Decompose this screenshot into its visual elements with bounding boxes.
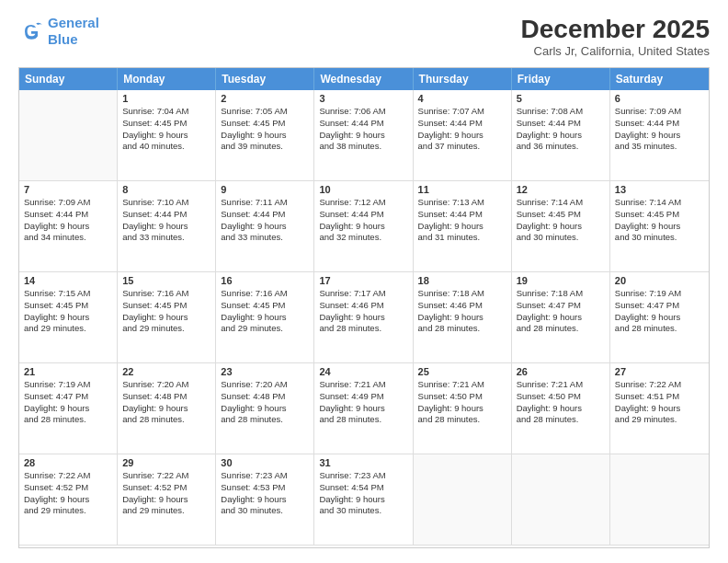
- calendar-day-25: 25Sunrise: 7:21 AMSunset: 4:50 PMDayligh…: [414, 363, 512, 454]
- sunset-line: Sunset: 4:46 PM: [418, 300, 506, 312]
- daylight-label: Daylight: 9 hours: [615, 130, 704, 142]
- sunrise-line: Sunrise: 7:08 AM: [517, 106, 605, 118]
- calendar-day-28: 28Sunrise: 7:22 AMSunset: 4:52 PMDayligh…: [19, 454, 118, 546]
- calendar: SundayMondayTuesdayWednesdayThursdayFrid…: [18, 67, 710, 548]
- daylight-value: and 36 minutes.: [517, 141, 605, 153]
- sunrise-line: Sunrise: 7:22 AM: [24, 470, 112, 482]
- sunrise-line: Sunrise: 7:06 AM: [319, 106, 407, 118]
- daylight-value: and 28 minutes.: [319, 414, 407, 426]
- calendar-day-empty-0: [19, 90, 118, 181]
- subtitle: Carls Jr, California, United States: [521, 44, 710, 58]
- sunset-line: Sunset: 4:44 PM: [615, 118, 704, 130]
- sunrise-line: Sunrise: 7:11 AM: [221, 197, 309, 209]
- daylight-label: Daylight: 9 hours: [24, 312, 112, 324]
- daylight-value: and 28 minutes.: [517, 414, 605, 426]
- calendar-day-14: 14Sunrise: 7:15 AMSunset: 4:45 PMDayligh…: [19, 272, 118, 363]
- logo-icon: [18, 18, 44, 44]
- daylight-label: Daylight: 9 hours: [24, 221, 112, 233]
- calendar-day-9: 9Sunrise: 7:11 AMSunset: 4:44 PMDaylight…: [216, 181, 314, 272]
- sunrise-line: Sunrise: 7:10 AM: [122, 197, 210, 209]
- calendar-day-12: 12Sunrise: 7:14 AMSunset: 4:45 PMDayligh…: [512, 181, 610, 272]
- day-number: 21: [24, 366, 112, 377]
- sunrise-line: Sunrise: 7:15 AM: [24, 288, 112, 300]
- day-number: 15: [122, 275, 210, 286]
- calendar-day-22: 22Sunrise: 7:20 AMSunset: 4:48 PMDayligh…: [118, 363, 216, 454]
- day-number: 9: [221, 184, 309, 195]
- sunset-line: Sunset: 4:45 PM: [221, 300, 309, 312]
- daylight-value: and 28 minutes.: [418, 414, 506, 426]
- sunset-line: Sunset: 4:48 PM: [221, 391, 309, 403]
- calendar-day-20: 20Sunrise: 7:19 AMSunset: 4:47 PMDayligh…: [610, 272, 709, 363]
- day-number: 19: [517, 275, 605, 286]
- calendar-day-24: 24Sunrise: 7:21 AMSunset: 4:49 PMDayligh…: [314, 363, 413, 454]
- sunrise-line: Sunrise: 7:05 AM: [221, 106, 309, 118]
- calendar-day-empty-32: [414, 454, 512, 546]
- daylight-value: and 31 minutes.: [418, 232, 506, 244]
- daylight-label: Daylight: 9 hours: [319, 130, 407, 142]
- calendar-day-16: 16Sunrise: 7:16 AMSunset: 4:45 PMDayligh…: [216, 272, 314, 363]
- daylight-label: Daylight: 9 hours: [221, 494, 309, 506]
- day-number: 20: [615, 275, 704, 286]
- daylight-value: and 34 minutes.: [24, 232, 112, 244]
- calendar-day-18: 18Sunrise: 7:18 AMSunset: 4:46 PMDayligh…: [414, 272, 512, 363]
- day-number: 2: [221, 93, 309, 104]
- day-number: 29: [122, 457, 210, 468]
- calendar-day-17: 17Sunrise: 7:17 AMSunset: 4:46 PMDayligh…: [314, 272, 413, 363]
- header-day-sunday: Sunday: [19, 68, 118, 90]
- sunrise-line: Sunrise: 7:09 AM: [24, 197, 112, 209]
- day-number: 28: [24, 457, 112, 468]
- daylight-value: and 30 minutes.: [517, 232, 605, 244]
- sunset-line: Sunset: 4:51 PM: [615, 391, 704, 403]
- daylight-value: and 29 minutes.: [24, 323, 112, 335]
- daylight-label: Daylight: 9 hours: [24, 403, 112, 415]
- sunrise-line: Sunrise: 7:12 AM: [319, 197, 407, 209]
- day-number: 26: [517, 366, 605, 377]
- logo-line1: General: [48, 15, 99, 30]
- daylight-label: Daylight: 9 hours: [615, 312, 704, 324]
- header-day-thursday: Thursday: [414, 68, 512, 90]
- daylight-value: and 35 minutes.: [615, 141, 704, 153]
- day-number: 22: [122, 366, 210, 377]
- daylight-value: and 33 minutes.: [221, 232, 309, 244]
- sunset-line: Sunset: 4:52 PM: [24, 482, 112, 494]
- calendar-day-empty-33: [512, 454, 610, 546]
- sunset-line: Sunset: 4:45 PM: [221, 118, 309, 130]
- calendar-day-empty-34: [610, 454, 709, 546]
- logo-line2: Blue: [48, 31, 78, 47]
- daylight-label: Daylight: 9 hours: [221, 221, 309, 233]
- calendar-day-8: 8Sunrise: 7:10 AMSunset: 4:44 PMDaylight…: [118, 181, 216, 272]
- sunrise-line: Sunrise: 7:17 AM: [319, 288, 407, 300]
- day-number: 31: [319, 457, 407, 468]
- sunset-line: Sunset: 4:48 PM: [122, 391, 210, 403]
- title-block: December 2025 Carls Jr, California, Unit…: [521, 15, 710, 58]
- sunset-line: Sunset: 4:47 PM: [24, 391, 112, 403]
- day-number: 17: [319, 275, 407, 286]
- sunset-line: Sunset: 4:44 PM: [418, 209, 506, 221]
- sunrise-line: Sunrise: 7:14 AM: [615, 197, 704, 209]
- sunrise-line: Sunrise: 7:18 AM: [418, 288, 506, 300]
- sunset-line: Sunset: 4:44 PM: [319, 209, 407, 221]
- sunset-line: Sunset: 4:54 PM: [319, 482, 407, 494]
- daylight-value: and 38 minutes.: [319, 141, 407, 153]
- daylight-label: Daylight: 9 hours: [221, 130, 309, 142]
- calendar-day-11: 11Sunrise: 7:13 AMSunset: 4:44 PMDayligh…: [414, 181, 512, 272]
- daylight-label: Daylight: 9 hours: [418, 312, 506, 324]
- day-number: 18: [418, 275, 506, 286]
- calendar-day-1: 1Sunrise: 7:04 AMSunset: 4:45 PMDaylight…: [118, 90, 216, 181]
- sunset-line: Sunset: 4:47 PM: [517, 300, 605, 312]
- daylight-value: and 28 minutes.: [615, 323, 704, 335]
- sunrise-line: Sunrise: 7:20 AM: [221, 379, 309, 391]
- day-number: 11: [418, 184, 506, 195]
- header: General Blue December 2025 Carls Jr, Cal…: [18, 15, 710, 58]
- calendar-day-27: 27Sunrise: 7:22 AMSunset: 4:51 PMDayligh…: [610, 363, 709, 454]
- sunrise-line: Sunrise: 7:19 AM: [24, 379, 112, 391]
- day-number: 10: [319, 184, 407, 195]
- logo: General Blue: [18, 15, 99, 48]
- daylight-value: and 29 minutes.: [122, 505, 210, 517]
- day-number: 3: [319, 93, 407, 104]
- daylight-label: Daylight: 9 hours: [319, 403, 407, 415]
- daylight-label: Daylight: 9 hours: [517, 312, 605, 324]
- header-day-monday: Monday: [118, 68, 216, 90]
- daylight-label: Daylight: 9 hours: [122, 130, 210, 142]
- sunset-line: Sunset: 4:44 PM: [122, 209, 210, 221]
